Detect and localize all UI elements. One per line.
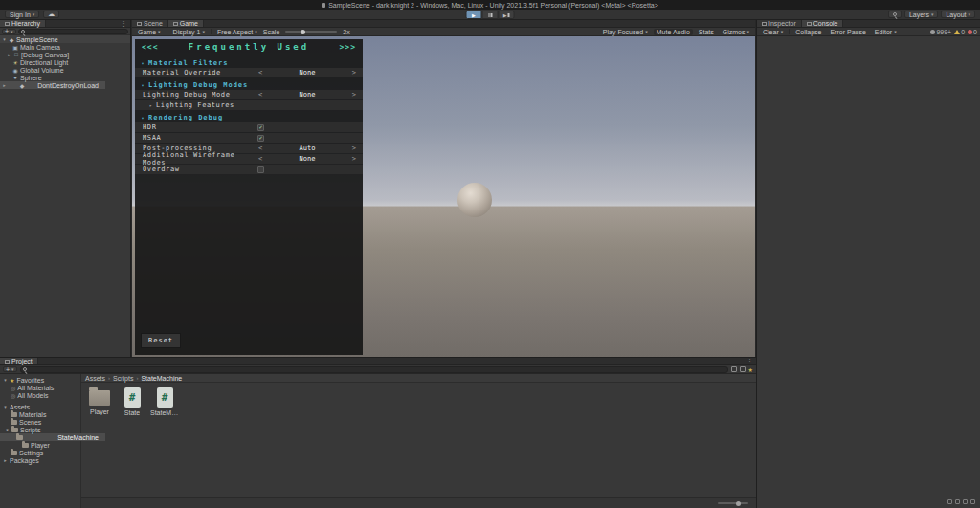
hierarchy-item-sphere[interactable]: ● Sphere <box>0 74 130 81</box>
reset-button[interactable]: Reset <box>141 333 181 348</box>
tree-item-all-models[interactable]: ◎ All Models <box>0 391 80 399</box>
status-icon[interactable] <box>963 499 968 504</box>
tree-item-all-materials[interactable]: ◎ All Materials <box>0 384 80 391</box>
hierarchy-menu-icon[interactable]: ⋮ <box>118 20 130 28</box>
project-menu-icon[interactable]: ⋮ <box>744 358 756 365</box>
status-icon[interactable] <box>970 499 975 504</box>
item-label: Global Volume <box>20 67 64 74</box>
tree-item-scenes[interactable]: Scenes <box>0 418 80 426</box>
tree-item-player[interactable]: Player <box>0 441 80 449</box>
thumbnail-size-knob[interactable] <box>736 501 741 506</box>
section-lighting-debug-modes[interactable]: ▾ Lighting Debug Modes <box>135 79 363 90</box>
stats-toggle[interactable]: Stats <box>696 29 717 35</box>
collapse-toggle[interactable]: Collapse <box>792 29 824 35</box>
tree-item-scripts[interactable]: ▾ Scripts <box>0 426 80 433</box>
editor-dropdown[interactable]: Editor ▾ <box>872 29 900 35</box>
item-label: Main Camera <box>20 44 60 51</box>
clear-button[interactable]: Clear ▾ <box>760 29 786 35</box>
scale-slider-knob[interactable] <box>301 30 305 34</box>
hierarchy-item-directional-light[interactable]: ☀ Directional Light <box>0 58 130 66</box>
section-rendering-debug[interactable]: ▾ Rendering Debug <box>135 112 363 122</box>
tab-inspector[interactable]: Inspector <box>757 20 802 27</box>
scene-row-samplescene[interactable]: ▾ ◆ SampleScene <box>0 35 130 43</box>
play-focused-dropdown[interactable]: Play Focused ▾ <box>600 29 651 35</box>
game-mode-dropdown[interactable]: Game ▾ <box>135 29 164 35</box>
scene-name: DontDestroyOnLoad <box>37 82 99 89</box>
next-value-button[interactable]: > <box>352 155 356 163</box>
status-icon[interactable] <box>947 499 952 504</box>
tab-hierarchy[interactable]: Hierarchy <box>0 20 46 27</box>
foldout-closed-icon[interactable]: ▸ <box>3 457 8 463</box>
sign-in-button[interactable]: Sign In ▾ <box>5 11 39 18</box>
pause-button[interactable] <box>482 11 499 19</box>
info-filter-button[interactable]: 999+ <box>930 29 951 35</box>
next-value-button[interactable]: > <box>352 91 356 99</box>
hierarchy-search-input[interactable] <box>18 29 128 34</box>
foldout-open-icon[interactable]: ▾ <box>2 36 7 42</box>
tree-item-packages[interactable]: ▸ Packages <box>0 456 80 464</box>
status-icon[interactable] <box>955 499 960 504</box>
step-button[interactable]: ▶ <box>499 11 515 19</box>
project-search-input[interactable] <box>20 366 728 373</box>
error-pause-toggle[interactable]: Error Pause <box>828 29 869 35</box>
next-value-button[interactable]: > <box>352 144 356 152</box>
msaa-checkbox[interactable]: ✓ <box>257 135 264 142</box>
row-lighting-features[interactable]: ▸ Lighting Features <box>135 100 363 110</box>
display-dropdown[interactable]: Display 1 ▾ <box>170 29 208 35</box>
tree-item-materials[interactable]: Materials <box>0 410 80 418</box>
tab-console[interactable]: Console <box>802 20 844 27</box>
tree-item-assets[interactable]: ▾ Assets <box>0 403 80 410</box>
warning-filter-button[interactable]: 0 <box>954 29 965 35</box>
hierarchy-item-debug-canvas[interactable]: ▸ □ [Debug Canvas] <box>0 51 130 58</box>
document-icon <box>322 3 325 8</box>
breadcrumb-segment[interactable]: Assets <box>85 375 105 382</box>
section-material-filters[interactable]: ▾ Material Filters <box>135 57 363 68</box>
foldout-open-icon[interactable]: ▾ <box>3 404 8 409</box>
prev-value-button[interactable]: < <box>258 69 262 77</box>
breadcrumb-segment[interactable]: Scripts <box>113 375 133 382</box>
foldout-open-icon[interactable]: ▾ <box>3 377 8 383</box>
hierarchy-item-global-volume[interactable]: ◉ Global Volume <box>0 66 130 74</box>
search-by-type-button[interactable] <box>731 366 737 372</box>
asset-item-state-script[interactable]: # State <box>118 387 146 416</box>
global-search-button[interactable] <box>888 11 902 18</box>
prev-value-button[interactable]: < <box>258 144 262 152</box>
asset-item-player-folder[interactable]: Player <box>85 387 114 415</box>
project-add-button[interactable]: + ▾ <box>3 366 17 372</box>
tree-item-settings[interactable]: Settings <box>0 449 80 456</box>
search-by-label-button[interactable] <box>740 366 746 372</box>
saved-search-icon: ◎ <box>11 392 15 399</box>
tree-item-favorites[interactable]: ▾ ★ Favorites <box>0 376 80 384</box>
tab-project[interactable]: Project <box>0 358 38 364</box>
hierarchy-add-button[interactable]: + ▾ <box>2 29 16 34</box>
error-icon <box>968 30 972 34</box>
mute-audio-toggle[interactable]: Mute Audio <box>654 29 693 35</box>
game-viewport[interactable]: <<< Frequently Used >>> ▾ Material Filte… <box>132 36 755 357</box>
tab-scene[interactable]: Scene <box>132 20 168 27</box>
scene-row-dontdestroyonload[interactable]: ▸ ◆ DontDestroyOnLoad <box>0 81 105 89</box>
cloud-services-button[interactable]: ☁ <box>43 11 59 18</box>
save-search-button[interactable]: ★ <box>748 366 753 373</box>
layers-dropdown[interactable]: Layers ▾ <box>904 11 939 18</box>
foldout-closed-icon[interactable]: ▸ <box>7 52 11 57</box>
prev-value-button[interactable]: < <box>258 91 262 99</box>
breadcrumb-segment-current[interactable]: StateMachine <box>141 375 182 382</box>
play-button[interactable]: ▶ <box>466 11 482 19</box>
foldout-closed-icon[interactable]: ▸ <box>2 82 7 88</box>
error-filter-button[interactable]: 0 <box>968 29 977 35</box>
aspect-ratio-dropdown[interactable]: Free Aspect ▾ <box>214 29 260 35</box>
asset-item-statemachine-script[interactable]: # StateMach... <box>150 387 179 416</box>
foldout-open-icon[interactable]: ▾ <box>5 427 10 432</box>
next-value-button[interactable]: > <box>352 69 356 77</box>
gizmos-dropdown[interactable]: Gizmos ▾ <box>720 29 752 35</box>
scale-slider[interactable] <box>285 31 337 33</box>
overdraw-checkbox[interactable] <box>257 166 264 173</box>
thumbnail-size-slider[interactable] <box>718 502 748 504</box>
hdr-checkbox[interactable]: ✓ <box>257 124 264 131</box>
layout-dropdown[interactable]: Layout ▾ <box>941 11 975 18</box>
tab-game[interactable]: Game <box>168 20 204 27</box>
hierarchy-item-main-camera[interactable]: ▣ Main Camera <box>0 43 130 51</box>
debugger-prev-page-button[interactable]: <<< <box>142 43 158 52</box>
prev-value-button[interactable]: < <box>258 155 262 163</box>
debugger-next-page-button[interactable]: >>> <box>340 43 356 52</box>
